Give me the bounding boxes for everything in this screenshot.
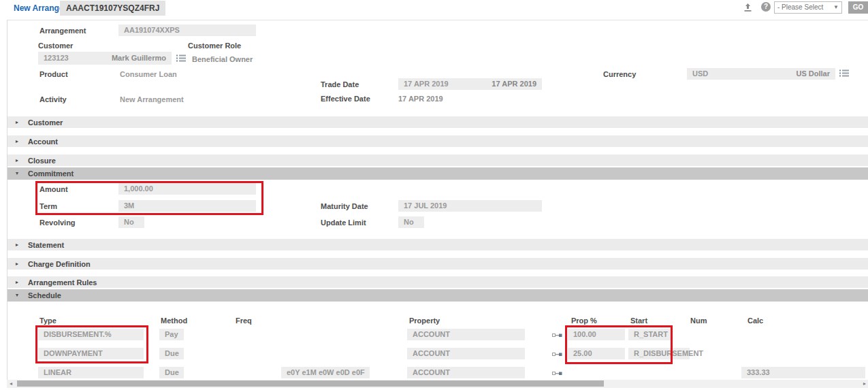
content-panel: Arrangement AA191074XXPS Customer Custom…: [7, 20, 868, 380]
scrollbar-thumb[interactable]: [17, 380, 604, 387]
product-value: Consumer Loan: [120, 70, 177, 78]
section-commitment[interactable]: ▾ Commitment: [7, 167, 868, 180]
scroll-left-icon[interactable]: ◂: [10, 380, 12, 387]
section-closure[interactable]: ▸ Closure: [7, 155, 868, 166]
link-expand-icon[interactable]: [552, 352, 562, 357]
schedule-type-field[interactable]: LINEAR: [38, 367, 144, 378]
help-icon[interactable]: ?: [761, 2, 771, 12]
schedule-property-field[interactable]: ACCOUNT: [407, 329, 525, 340]
col-header-method: Method: [161, 316, 187, 325]
customer-role-value: Beneficial Owner: [192, 55, 253, 63]
schedule-property-field[interactable]: ACCOUNT: [407, 348, 525, 359]
chevron-right-icon: ▸: [16, 242, 18, 248]
schedule-method-field[interactable]: Pay: [159, 329, 184, 340]
chevron-right-icon: ▸: [16, 138, 18, 144]
arrangement-field[interactable]: AA191074XXPS: [118, 25, 256, 36]
col-header-prop: Prop %: [571, 316, 597, 325]
section-commitment-label: Commitment: [28, 169, 74, 178]
section-schedule-label: Schedule: [28, 291, 61, 299]
section-statement-label: Statement: [28, 241, 64, 249]
schedule-start-field[interactable]: R_START: [628, 329, 671, 340]
activity-value: New Arrangement: [120, 95, 184, 103]
section-closure-label: Closure: [28, 157, 56, 165]
revolving-field[interactable]: No: [118, 216, 144, 228]
link-expand-icon[interactable]: [552, 371, 562, 376]
link-expand-icon[interactable]: [552, 333, 562, 338]
section-customer-label: Customer: [28, 118, 63, 127]
effective-date-label: Effective Date: [321, 95, 370, 103]
chevron-down-icon: ▼: [833, 4, 839, 10]
tab-contract-id[interactable]: AAACT19107YSQZ4FRJ: [60, 1, 165, 16]
update-limit-label: Update Limit: [321, 218, 366, 227]
chevron-right-icon: ▸: [16, 279, 18, 285]
trade-date-value-right: 17 APR 2019: [492, 80, 536, 88]
section-charge-definition-label: Charge Definition: [28, 260, 91, 268]
chevron-down-icon: ▾: [16, 292, 18, 298]
chevron-right-icon: ▸: [16, 261, 18, 267]
section-account-label: Account: [28, 137, 58, 146]
col-header-freq: Freq: [236, 316, 252, 325]
term-field[interactable]: 3M: [118, 200, 256, 212]
schedule-prop-field[interactable]: 25.00: [568, 348, 625, 359]
schedule-property-field[interactable]: ACCOUNT: [407, 367, 525, 378]
go-button[interactable]: GO: [848, 1, 868, 14]
trade-date-value: 17 APR 2019: [404, 80, 449, 88]
section-arrangement-rules-label: Arrangement Rules: [28, 278, 97, 287]
scroll-right-icon[interactable]: ▸: [863, 380, 866, 387]
horizontal-scrollbar[interactable]: ◂ ▸: [7, 380, 868, 388]
upload-icon[interactable]: [743, 3, 752, 12]
amount-field[interactable]: 1,000.00: [118, 183, 256, 195]
col-header-property: Property: [409, 316, 440, 325]
arrangement-label: Arrangement: [39, 27, 86, 35]
effective-date-value: 17 APR 2019: [398, 95, 443, 103]
update-limit-field[interactable]: No: [398, 216, 424, 228]
amount-label: Amount: [39, 185, 68, 193]
customer-lookup-list-icon[interactable]: [176, 54, 186, 62]
chevron-down-icon: ▾: [16, 170, 18, 176]
col-header-start: Start: [630, 316, 647, 325]
col-header-calc: Calc: [748, 316, 763, 325]
currency-field[interactable]: USD US Dollar: [687, 68, 835, 80]
customer-id: 123123: [44, 54, 69, 62]
customer-role-label: Customer Role: [188, 42, 241, 50]
chevron-right-icon: ▸: [16, 119, 18, 125]
schedule-method-field[interactable]: Due: [159, 367, 184, 378]
schedule-freq-field[interactable]: e0Y e1M e0W e0D e0F: [281, 367, 370, 378]
arrangement-screen: New Arrangement AAACT19107YSQZ4FRJ ? - P…: [0, 0, 868, 390]
maturity-date-label: Maturity Date: [321, 202, 368, 210]
customer-field[interactable]: 123123 Mark Guillermo: [38, 52, 172, 65]
schedule-calc-field[interactable]: 333.33: [741, 367, 865, 378]
schedule-type-field[interactable]: DISBURSEMENT.%: [38, 329, 144, 340]
col-header-num: Num: [690, 316, 707, 325]
currency-code: USD: [692, 69, 708, 78]
section-customer[interactable]: ▸ Customer: [7, 116, 868, 128]
schedule-method-field[interactable]: Due: [159, 348, 184, 359]
currency-lookup-list-icon[interactable]: [839, 69, 849, 77]
command-select-value: - Please Select: [777, 3, 823, 11]
currency-name: US Dollar: [796, 69, 830, 78]
command-select[interactable]: - Please Select ▼: [774, 1, 842, 14]
trade-date-label: Trade Date: [321, 80, 359, 88]
activity-label: Activity: [39, 95, 67, 103]
currency-label: Currency: [603, 70, 636, 78]
schedule-type-field[interactable]: DOWNPAYMENT: [38, 348, 144, 359]
maturity-date-field[interactable]: 17 JUL 2019: [398, 200, 542, 212]
customer-name: Mark Guillermo: [112, 54, 166, 63]
schedule-start-field[interactable]: R_DISBURSEMENT: [628, 348, 690, 359]
section-account[interactable]: ▸ Account: [7, 135, 868, 147]
section-arrangement-rules[interactable]: ▸ Arrangement Rules: [7, 276, 868, 288]
section-statement[interactable]: ▸ Statement: [7, 239, 868, 250]
chevron-right-icon: ▸: [16, 157, 18, 163]
section-schedule[interactable]: ▾ Schedule: [7, 289, 868, 302]
col-header-type: Type: [39, 316, 57, 325]
revolving-label: Revolving: [39, 218, 76, 227]
schedule-prop-field[interactable]: 100.00: [568, 329, 625, 340]
product-label: Product: [39, 70, 68, 78]
trade-date-field[interactable]: 17 APR 2019 17 APR 2019: [398, 78, 542, 90]
term-label: Term: [39, 202, 57, 210]
customer-label: Customer: [38, 42, 73, 50]
section-charge-definition[interactable]: ▸ Charge Definition: [7, 258, 868, 270]
